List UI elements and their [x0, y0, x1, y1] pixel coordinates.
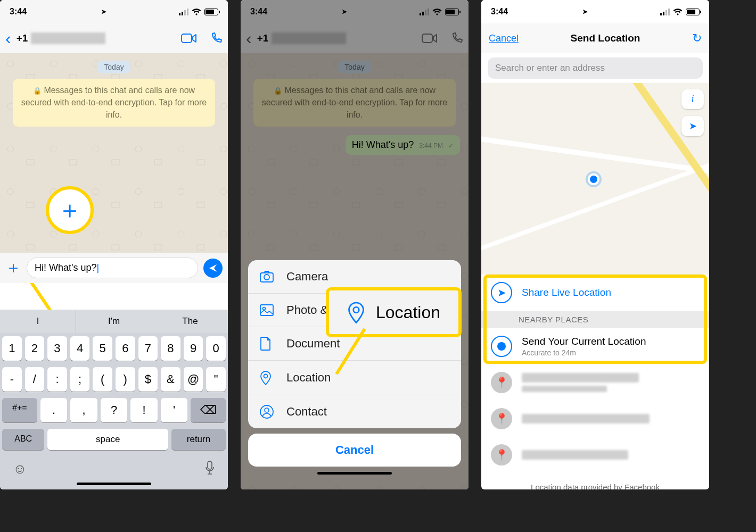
back-icon[interactable]: ‹ — [5, 29, 11, 48]
nearby-place-row[interactable]: 📍 — [481, 401, 709, 437]
key-space[interactable]: space — [47, 429, 168, 450]
send-button[interactable] — [203, 259, 223, 278]
map-view[interactable]: i ➤ — [481, 83, 709, 275]
video-call-icon[interactable] — [181, 33, 197, 44]
key-lparen[interactable]: ( — [93, 367, 112, 392]
key-return[interactable]: return — [171, 429, 226, 450]
home-indicator[interactable] — [317, 472, 392, 475]
dictation-icon[interactable] — [204, 461, 215, 477]
location-services-icon: ➤ — [582, 8, 588, 15]
svg-rect-5 — [260, 305, 273, 315]
chat-body: Today 🔒 Messages to this chat and calls … — [0, 53, 228, 262]
message-input-text: Hi! What's up? — [35, 262, 96, 273]
svg-point-4 — [264, 275, 269, 280]
place-pin-icon: 📍 — [491, 408, 512, 429]
refresh-icon[interactable]: ↻ — [692, 31, 702, 45]
svg-point-9 — [265, 408, 269, 412]
key-comma[interactable]: , — [70, 398, 97, 422]
keyboard-row-symbols2: #+= . , ? ! ' ⌫ — [0, 395, 228, 426]
key-colon[interactable]: : — [47, 367, 67, 392]
encryption-banner[interactable]: 🔒 Messages to this chat and calls are no… — [13, 79, 215, 127]
attach-plus-button[interactable]: ＋ — [5, 257, 21, 279]
status-time: 3:44 — [10, 7, 27, 16]
wifi-icon — [673, 9, 683, 15]
battery-icon — [204, 9, 218, 15]
live-location-icon: ➤ — [491, 282, 512, 303]
key-9[interactable]: 9 — [184, 336, 203, 361]
camera-icon — [260, 271, 275, 282]
suggestion-2[interactable]: I'm — [76, 310, 152, 333]
key-dollar[interactable]: $ — [138, 367, 158, 392]
key-3[interactable]: 3 — [47, 336, 67, 361]
sheet-location[interactable]: Location — [248, 361, 461, 395]
key-abc[interactable]: ABC — [2, 429, 44, 450]
keyboard-row-bottom: ABC space return — [0, 426, 228, 458]
battery-icon — [686, 9, 700, 15]
key-backspace[interactable]: ⌫ — [191, 398, 226, 422]
status-time: 3:44 — [491, 7, 508, 16]
sheet-label: Document — [286, 337, 340, 351]
key-period[interactable]: . — [40, 398, 68, 422]
map-info-button[interactable]: i — [681, 89, 704, 109]
emoji-icon[interactable]: ☺ — [13, 461, 27, 477]
contact-prefix: +1 — [17, 32, 28, 44]
key-8[interactable]: 8 — [161, 336, 180, 361]
screen-chat-compose: 3:44➤ ‹ +1 Today 🔒 Messages to this chat… — [0, 0, 228, 489]
key-shift-symbols[interactable]: #+= — [2, 398, 37, 422]
key-4[interactable]: 4 — [70, 336, 90, 361]
key-dash[interactable]: - — [2, 367, 22, 392]
contact-name[interactable]: +1 — [17, 32, 168, 44]
key-5[interactable]: 5 — [93, 336, 112, 361]
status-right — [179, 9, 218, 15]
key-7[interactable]: 7 — [138, 336, 158, 361]
keyboard-suggestions: I I'm The — [0, 310, 228, 333]
contact-name-redacted — [31, 32, 105, 44]
sheet-cancel-button[interactable]: Cancel — [248, 434, 461, 467]
map-recenter-button[interactable]: ➤ — [681, 116, 704, 136]
status-bar: 3:44➤ — [481, 0, 709, 23]
cancel-button[interactable]: Cancel — [489, 33, 519, 44]
suggestion-1[interactable]: I — [0, 310, 76, 333]
voice-call-icon[interactable] — [210, 32, 223, 45]
send-current-location-row[interactable]: Send Your Current Location Accurate to 2… — [481, 328, 709, 364]
key-1[interactable]: 1 — [2, 336, 22, 361]
sheet-label: Contact — [286, 405, 327, 419]
nearby-place-row[interactable]: 📍 — [481, 437, 709, 473]
nearby-place-row[interactable]: 📍 — [481, 364, 709, 401]
key-at[interactable]: @ — [184, 367, 203, 392]
key-quote[interactable]: " — [206, 367, 226, 392]
chat-header: ‹ +1 — [0, 23, 228, 53]
key-question[interactable]: ? — [101, 398, 128, 422]
key-slash[interactable]: / — [25, 367, 45, 392]
nearby-places-header: NEARBY PLACES — [481, 311, 709, 328]
key-0[interactable]: 0 — [206, 336, 226, 361]
cellular-icon — [179, 9, 188, 15]
suggestion-3[interactable]: The — [152, 310, 228, 333]
key-apostrophe[interactable]: ' — [161, 398, 188, 422]
share-live-location-row[interactable]: ➤ Share Live Location — [481, 275, 709, 311]
key-semicolon[interactable]: ; — [70, 367, 90, 392]
sheet-label: Location — [286, 371, 331, 385]
share-live-label: Share Live Location — [522, 287, 611, 298]
compose-bar: ＋ Hi! What's up?| — [0, 253, 228, 283]
address-search-input[interactable]: Search or enter an address — [488, 57, 703, 79]
callout-plus-highlight: ＋ — [46, 186, 94, 234]
key-6[interactable]: 6 — [116, 336, 135, 361]
key-exclaim[interactable]: ! — [130, 398, 158, 422]
message-input[interactable]: Hi! What's up?| — [27, 257, 198, 278]
accuracy-label: Accurate to 24m — [522, 348, 646, 357]
sheet-contact[interactable]: Contact — [248, 395, 461, 428]
contact-icon — [260, 405, 275, 419]
keyboard-accessory-row: ☺ — [0, 458, 228, 480]
home-indicator[interactable] — [77, 483, 151, 485]
key-2[interactable]: 2 — [25, 336, 45, 361]
sheet-label: Camera — [286, 270, 328, 284]
location-pin-icon — [347, 301, 365, 323]
key-amp[interactable]: & — [161, 367, 180, 392]
key-rparen[interactable]: ) — [116, 367, 135, 392]
svg-rect-1 — [208, 461, 212, 469]
cancel-label: Cancel — [335, 443, 374, 456]
svg-point-10 — [354, 307, 359, 313]
svg-point-6 — [263, 307, 266, 310]
location-data-attribution[interactable]: Location data provided by Facebook — [481, 473, 709, 489]
